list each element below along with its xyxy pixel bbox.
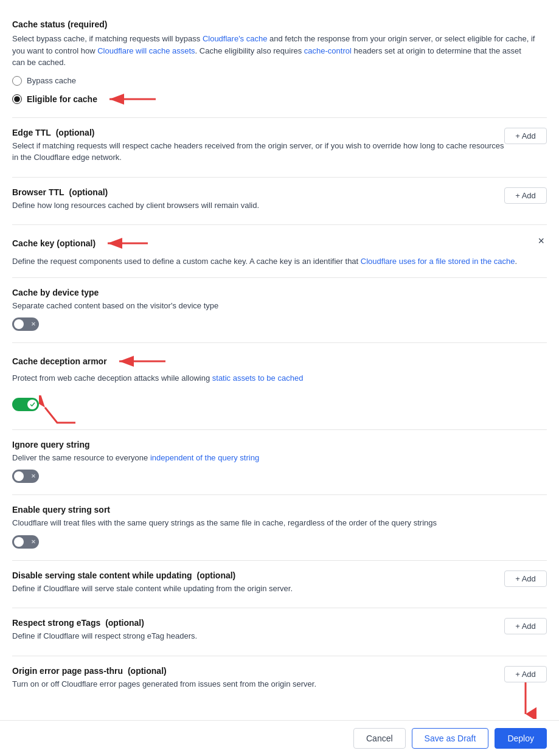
origin-error-page-optional: (optional) [128, 666, 167, 676]
deploy-button[interactable]: Deploy [495, 728, 547, 749]
ignore-query-string-title: Ignore query string [12, 440, 547, 449]
eligible-cache-option[interactable]: Eligible for cache [12, 94, 97, 104]
cache-deception-title: Cache deception armor [12, 356, 107, 366]
edge-ttl-description: Select if matching requests will respect… [12, 140, 504, 164]
bypass-cache-option[interactable]: Bypass cache [12, 76, 547, 86]
respect-strong-etags-description: Define if Cloudflare will respect strong… [12, 630, 197, 642]
cache-key-optional: (optional) [57, 238, 95, 248]
footer-bar: Cancel Save as Draft Deploy [0, 720, 559, 756]
disable-serving-stale-optional: (optional) [197, 570, 236, 580]
cache-by-device-section: Cache by device type Separate cached con… [12, 278, 547, 344]
cache-by-device-toggle-container: ✕ [12, 317, 547, 333]
disable-serving-stale-description: Define if Cloudflare will serve stale co… [12, 583, 293, 595]
respect-strong-etags-optional: (optional) [105, 618, 144, 628]
edge-ttl-add-button[interactable]: + Add [504, 128, 547, 144]
cache-by-device-toggle[interactable]: ✕ [12, 317, 39, 331]
cache-key-arrow [100, 235, 149, 252]
cache-deception-armor-section: Cache deception armor Protect from web c… [12, 343, 547, 430]
origin-error-page-title: Origin error page pass-thru [12, 666, 123, 676]
enable-query-string-sort-description: Cloudflare will treat files with the sam… [12, 517, 535, 529]
origin-error-page-add-button[interactable]: + Add [504, 666, 547, 682]
cache-by-device-description: Separate cached content based on the vis… [12, 300, 535, 312]
eligible-cache-radio[interactable] [12, 94, 22, 104]
cache-deception-arrow [112, 353, 167, 370]
edge-ttl-title: Edge TTL [12, 128, 51, 137]
ignore-query-string-description: Deliver the same resource to everyone in… [12, 452, 535, 464]
disable-serving-stale-add-button[interactable]: + Add [504, 570, 547, 587]
disable-serving-stale-title: Disable serving stale content while upda… [12, 570, 192, 580]
cache-key-section: Cache key (optional) × Define the reques… [12, 225, 547, 278]
ignore-query-string-knob [14, 471, 24, 481]
enable-query-string-sort-toggle-container: ✕ [12, 535, 547, 550]
origin-error-page-description: Turn on or off Cloudflare error pages ge… [12, 678, 316, 690]
eligible-cache-label: Eligible for cache [27, 94, 97, 104]
ignore-query-string-toggle[interactable]: ✕ [12, 470, 39, 483]
browser-ttl-optional: (optional) [69, 187, 108, 197]
cache-deception-knob [27, 400, 37, 409]
enable-query-string-sort-title: Enable query string sort [12, 505, 547, 515]
edge-ttl-section: Edge TTL (optional) Select if matching r… [12, 118, 547, 178]
cache-deception-toggle-arrow [39, 395, 88, 426]
eligible-cache-arrow [102, 91, 157, 108]
browser-ttl-title: Browser TTL [12, 187, 64, 197]
cache-deception-toggle[interactable] [12, 398, 39, 411]
origin-error-page-section: Origin error page pass-thru (optional) T… [12, 656, 547, 704]
respect-strong-etags-section: Respect strong eTags (optional) Define i… [12, 608, 547, 656]
bypass-cache-radio[interactable] [12, 76, 22, 86]
browser-ttl-add-button[interactable]: + Add [504, 187, 547, 204]
check-icon [30, 401, 35, 407]
ignore-query-string-toggle-icon: ✕ [31, 473, 36, 479]
cache-by-device-toggle-icon: ✕ [31, 321, 36, 327]
respect-strong-etags-add-button[interactable]: + Add [504, 618, 547, 634]
ignore-query-string-toggle-container: ✕ [12, 470, 547, 485]
browser-ttl-section: Browser TTL (optional) Define how long r… [12, 178, 547, 226]
cache-status-section: Cache status (required) Select bypass ca… [12, 10, 547, 118]
save-as-draft-button[interactable]: Save as Draft [412, 728, 489, 749]
cancel-button[interactable]: Cancel [353, 728, 406, 749]
edge-ttl-optional: (optional) [56, 128, 95, 137]
cache-status-description: Select bypass cache, if matching request… [12, 33, 535, 69]
cache-key-description: Define the request components used to de… [12, 255, 535, 268]
cache-key-title: Cache key [12, 238, 54, 248]
cache-status-required: (required) [68, 19, 107, 29]
cache-status-title: Cache status [12, 19, 65, 29]
respect-strong-etags-title: Respect strong eTags [12, 618, 100, 628]
ignore-query-string-section: Ignore query string Deliver the same res… [12, 430, 547, 496]
cache-key-close-button[interactable]: × [535, 235, 547, 248]
bypass-cache-label: Bypass cache [27, 76, 76, 85]
cache-status-radio-group: Bypass cache Eligible for cache [12, 76, 547, 108]
browser-ttl-description: Define how long resources cached by clie… [12, 199, 259, 212]
cache-deception-description: Protect from web cache deception attacks… [12, 372, 535, 384]
disable-serving-stale-section: Disable serving stale content while upda… [12, 561, 547, 609]
enable-query-string-sort-toggle[interactable]: ✕ [12, 535, 39, 549]
enable-query-string-sort-knob [14, 537, 24, 547]
enable-query-string-sort-section: Enable query string sort Cloudflare will… [12, 495, 547, 561]
cache-by-device-knob [14, 319, 24, 329]
enable-query-string-sort-toggle-icon: ✕ [31, 539, 36, 545]
deploy-down-arrow [515, 682, 536, 719]
cache-by-device-title: Cache by device type [12, 288, 547, 297]
